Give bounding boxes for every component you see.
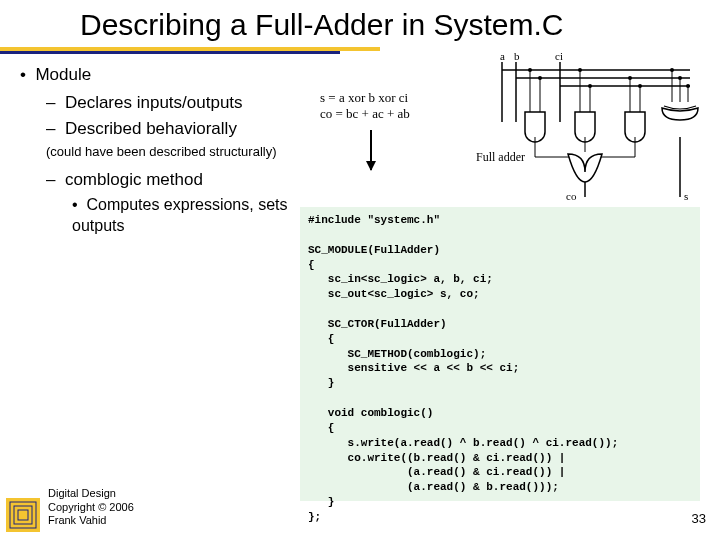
bullet-comblogic: – comblogic method xyxy=(46,169,300,191)
bullet-module: • Module xyxy=(20,64,300,86)
page-number: 33 xyxy=(692,511,706,526)
arrow-down-icon xyxy=(370,130,372,170)
bullet-list: • Module – Declares inputs/outputs – Des… xyxy=(20,64,300,237)
svg-point-27 xyxy=(678,76,682,80)
full-adder-circuit-icon xyxy=(470,62,700,207)
bullet-computes-text: Computes expressions, sets outputs xyxy=(72,196,287,234)
svg-point-30 xyxy=(686,84,690,88)
footer: Digital Design Copyright © 2006 Frank Va… xyxy=(48,487,134,528)
svg-point-23 xyxy=(578,68,582,72)
svg-point-24 xyxy=(670,68,674,72)
bullet-declares-text: Declares inputs/outputs xyxy=(65,93,243,112)
bullet-described: – Described behaviorally xyxy=(46,118,300,140)
slide-title: Describing a Full-Adder in System.C xyxy=(80,8,564,42)
bullet-declares: – Declares inputs/outputs xyxy=(46,92,300,114)
svg-point-28 xyxy=(588,84,592,88)
equation-s: s = a xor b xor ci xyxy=(320,90,410,106)
corner-logo-icon xyxy=(6,498,40,532)
svg-point-26 xyxy=(628,76,632,80)
footer-line3: Frank Vahid xyxy=(48,514,134,528)
equation-co: co = bc + ac + ab xyxy=(320,106,410,122)
svg-point-29 xyxy=(638,84,642,88)
svg-point-25 xyxy=(538,76,542,80)
input-b-label: b xyxy=(514,50,520,62)
code-block: #include "systemc.h" SC_MODULE(FullAdder… xyxy=(300,207,700,501)
equations: s = a xor b xor ci co = bc + ac + ab xyxy=(320,90,410,122)
bullet-computes: • Computes expressions, sets outputs xyxy=(72,195,300,237)
input-a-label: a xyxy=(500,50,505,62)
svg-point-22 xyxy=(528,68,532,72)
bullet-comblogic-text: comblogic method xyxy=(65,170,203,189)
bullet-described-text: Described behaviorally xyxy=(65,119,237,138)
bullet-module-text: Module xyxy=(35,65,91,84)
footer-line2: Copyright © 2006 xyxy=(48,501,134,515)
bullet-could: (could have been described structurally) xyxy=(46,144,300,161)
input-ci-label: ci xyxy=(555,50,563,62)
accent-bar-blue xyxy=(0,51,340,54)
footer-line1: Digital Design xyxy=(48,487,134,501)
svg-rect-31 xyxy=(6,498,40,532)
